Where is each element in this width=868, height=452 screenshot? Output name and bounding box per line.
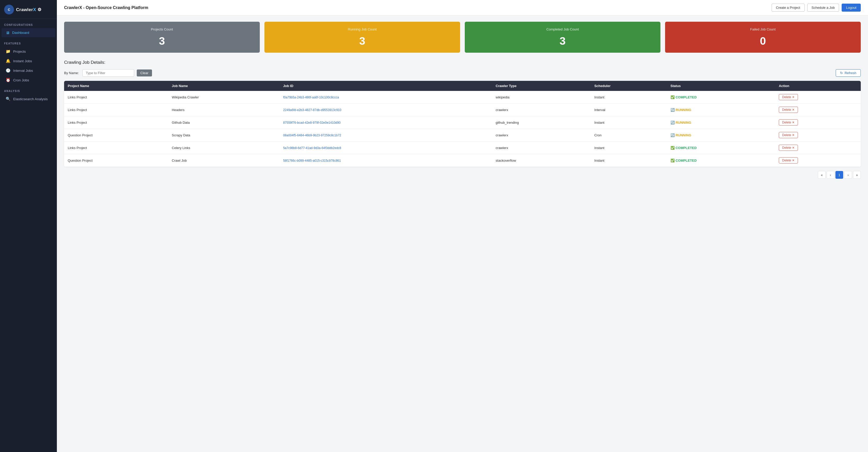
sidebar-item-label-instant-jobs: Instant Jobs — [13, 59, 32, 63]
cell-job-name-3: Scrapy Data — [168, 129, 280, 141]
content-area: Projects Count3Running Job Count3Complet… — [57, 15, 868, 452]
logo-icon: C — [4, 5, 14, 14]
filter-label: By Name: — [64, 71, 79, 75]
sidebar-item-label-dashboard: Dashboard — [12, 31, 29, 35]
create-project-button[interactable]: Create a Project — [772, 4, 805, 12]
cell-job-name-5: Crawl Job — [168, 154, 280, 167]
status-badge-0: ✅ COMPLETED — [671, 95, 772, 99]
status-badge-2: 🔄 RUNNING — [671, 121, 772, 125]
cell-status-4: ✅ COMPLETED — [667, 141, 775, 154]
job-details-title: Crawling Job Details: — [64, 60, 861, 65]
sidebar-section-label-analysis: ANALYSIS — [0, 85, 57, 94]
stat-label-projects-count: Projects Count — [151, 27, 173, 31]
cell-status-1: 🔄 RUNNING — [667, 104, 775, 116]
table-body: Links ProjectWikipedia Crawlerf0a79b5a-2… — [64, 91, 861, 167]
cell-job-id-5: 58f1766c-b099-4485-a015-c315c978c861 — [279, 154, 492, 167]
cell-project-name-0: Links Project — [64, 91, 168, 104]
refresh-button[interactable]: ↻ Refresh — [836, 69, 861, 77]
pagination: « ‹ 1 › » — [64, 171, 861, 179]
sidebar-item-interval-jobs[interactable]: 🕐Interval Jobs — [2, 66, 55, 75]
sidebar-item-instant-jobs[interactable]: 🔔Instant Jobs — [2, 56, 55, 66]
interval-jobs-icon: 🕐 — [6, 68, 10, 73]
table-row: Question ProjectScrapy Data08a004f5-6484… — [64, 129, 861, 141]
logo-text: CrawlerX ⚙ — [16, 7, 41, 12]
sidebar-item-projects[interactable]: 📁Projects — [2, 47, 55, 56]
refresh-label: Refresh — [844, 71, 856, 75]
delete-button-3[interactable]: Delete ✕ — [779, 132, 798, 138]
pagination-current[interactable]: 1 — [835, 171, 843, 179]
cell-project-name-5: Question Project — [64, 154, 168, 167]
cell-action-3: Delete ✕ — [775, 129, 861, 141]
table-header-row: Project NameJob NameJob IDCrawler TypeSc… — [64, 81, 861, 91]
stat-card-completed-job-count: Completed Job Count3 — [465, 22, 660, 53]
job-id-link-2[interactable]: 87559f76-bcad-42e8-979f-02e0e1410d90 — [283, 121, 340, 125]
cell-action-2: Delete ✕ — [775, 116, 861, 129]
refresh-icon: ↻ — [840, 71, 843, 75]
status-badge-3: 🔄 RUNNING — [671, 133, 772, 137]
cell-project-name-4: Links Project — [64, 141, 168, 154]
jobs-table: Project NameJob NameJob IDCrawler TypeSc… — [64, 81, 861, 167]
logout-button[interactable]: Logout — [842, 4, 861, 12]
job-id-link-4[interactable]: 5a7c98b8-6d77-41ad-9d3a-64f3ddb2edc8 — [283, 146, 341, 150]
job-id-link-0[interactable]: f0a79b5a-24b3-486f-aa6f-10c100c8ccca — [283, 96, 339, 99]
sidebar-item-label-projects: Projects — [13, 50, 26, 54]
cell-scheduler-2: Instant — [591, 116, 667, 129]
cell-job-name-1: Headers — [168, 104, 280, 116]
table-col-job-id: Job ID — [279, 81, 492, 91]
header: CrawlerX - Open-Source Crawling Platform… — [57, 0, 868, 15]
job-id-link-1[interactable]: 2249a6fd-e2b3-4827-87db-d9553913c910 — [283, 108, 341, 112]
table-col-project-name: Project Name — [64, 81, 168, 91]
schedule-job-button[interactable]: Schedule a Job — [807, 4, 839, 12]
stat-card-running-job-count: Running Job Count3 — [265, 22, 460, 53]
cell-job-name-4: Celery Links — [168, 141, 280, 154]
cell-status-3: 🔄 RUNNING — [667, 129, 775, 141]
cell-crawler-type-0: wikipedia — [492, 91, 591, 104]
delete-button-5[interactable]: Delete ✕ — [779, 157, 798, 163]
sidebar-section-label-features: FEATURES — [0, 37, 57, 46]
table-col-job-name: Job Name — [168, 81, 280, 91]
cell-project-name-3: Question Project — [64, 129, 168, 141]
cell-action-1: Delete ✕ — [775, 104, 861, 116]
instant-jobs-icon: 🔔 — [6, 59, 10, 63]
table-col-action: Action — [775, 81, 861, 91]
sidebar-item-label-interval-jobs: Interval Jobs — [13, 69, 33, 72]
job-id-link-5[interactable]: 58f1766c-b099-4485-a015-c315c978c861 — [283, 159, 341, 162]
stat-value-completed-job-count: 3 — [560, 35, 565, 47]
cell-job-id-0: f0a79b5a-24b3-486f-aa6f-10c100c8ccca — [279, 91, 492, 104]
sidebar-item-elasticsearch[interactable]: 🔍Elasticsearch Analysis — [2, 94, 55, 104]
app-name: CrawlerX — [64, 5, 82, 10]
sidebar-item-dashboard[interactable]: 🖥Dashboard — [2, 28, 55, 37]
pagination-next[interactable]: › — [844, 171, 852, 179]
cell-crawler-type-1: crawlerx — [492, 104, 591, 116]
stat-label-completed-job-count: Completed Job Count — [547, 27, 579, 31]
cell-crawler-type-3: crawlerx — [492, 129, 591, 141]
delete-button-2[interactable]: Delete ✕ — [779, 119, 798, 126]
stats-row: Projects Count3Running Job Count3Complet… — [64, 22, 861, 53]
cell-job-id-1: 2249a6fd-e2b3-4827-87db-d9553913c910 — [279, 104, 492, 116]
status-badge-5: ✅ COMPLETED — [671, 159, 772, 162]
cell-scheduler-3: Cron — [591, 129, 667, 141]
status-badge-1: 🔄 RUNNING — [671, 108, 772, 112]
stat-card-projects-count: Projects Count3 — [64, 22, 260, 53]
delete-button-4[interactable]: Delete ✕ — [779, 144, 798, 151]
sidebar-section-label-configurations: CONFIGURATIONS — [0, 19, 57, 28]
cell-action-0: Delete ✕ — [775, 91, 861, 104]
sidebar-item-label-cron-jobs: Cron Jobs — [13, 78, 29, 82]
sidebar-item-label-elasticsearch: Elasticsearch Analysis — [13, 97, 48, 101]
cell-action-5: Delete ✕ — [775, 154, 861, 167]
pagination-last[interactable]: » — [853, 171, 861, 179]
table-col-status: Status — [667, 81, 775, 91]
sidebar-item-cron-jobs[interactable]: ⏰Cron Jobs — [2, 75, 55, 85]
cron-jobs-icon: ⏰ — [6, 78, 10, 83]
stat-value-running-job-count: 3 — [359, 35, 365, 47]
header-actions: Create a Project Schedule a Job Logout — [772, 4, 861, 12]
delete-button-0[interactable]: Delete ✕ — [779, 94, 798, 100]
clear-button[interactable]: Clear — [137, 69, 152, 76]
delete-button-1[interactable]: Delete ✕ — [779, 107, 798, 113]
search-input[interactable] — [83, 69, 134, 77]
pagination-first[interactable]: « — [818, 171, 826, 179]
table-row: Links ProjectWikipedia Crawlerf0a79b5a-2… — [64, 91, 861, 104]
pagination-prev[interactable]: ‹ — [827, 171, 834, 179]
cell-job-name-2: Github Data — [168, 116, 280, 129]
job-id-link-3[interactable]: 08a004f5-6484-46b9-9b23-97259c8c1b72 — [283, 133, 341, 137]
